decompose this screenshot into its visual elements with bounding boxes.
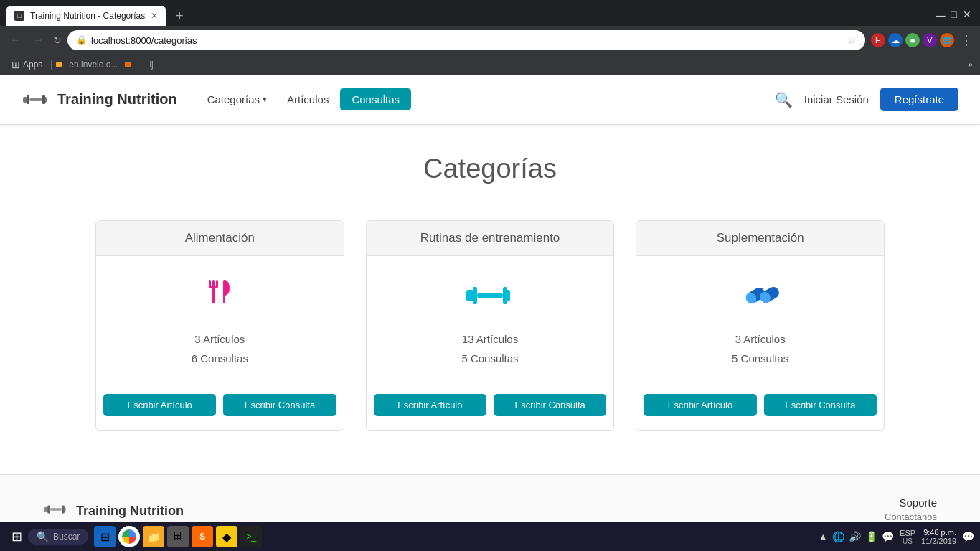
nav-consultas-button[interactable]: Consultas [340,88,411,110]
ext-icon-g[interactable]: 🌐 [940,33,954,47]
alimentacion-write-article-button[interactable]: Escribir Artículo [103,394,216,416]
ext-icon-2[interactable]: ☁ [888,33,903,47]
nav-right: 🔍 Iniciar Sesión Regístrate [775,88,958,111]
card-header-rutinas: Rutinas de entrenamiento [367,221,614,256]
bookmark-star-icon[interactable]: ☆ [847,34,857,46]
back-button[interactable]: ← [7,32,24,48]
tab-close-button[interactable]: ✕ [151,11,158,21]
iniciar-sesion-link[interactable]: Iniciar Sesión [804,93,869,105]
footer-brand-name: Training Nutrition [76,504,184,519]
bookmarks-chevron[interactable]: » [968,60,973,70]
alimentacion-stats: 3 Artículos 6 Consultas [110,329,329,368]
bookmark-item-3[interactable]: ij [145,58,157,71]
bookmark-yellow[interactable] [56,62,62,67]
address-bar[interactable]: 🔒 localhost:8000/categorias ☆ [67,30,865,50]
suplementacion-write-consulta-button[interactable]: Escribir Consulta [764,394,877,416]
browser-chrome: □ Training Nutrition - Categorías ✕ + ─ … [0,0,980,75]
taskbar-app-sublimetext[interactable]: S [192,526,213,547]
brand-dumbbell-icon [22,85,50,114]
card-body-suplementacion: 3 Artículos 5 Consultas [636,256,884,394]
suplementacion-icon [651,270,870,321]
active-tab[interactable]: □ Training Nutrition - Categorías ✕ [6,6,166,26]
extension-icons: H ☁ ■ V 🌐 [871,33,954,47]
rutinas-write-consulta-button[interactable]: Escribir Consulta [494,394,606,416]
tray-volume-icon[interactable]: 🔊 [849,531,861,542]
svg-rect-12 [473,287,477,304]
svg-rect-15 [477,293,503,298]
rutinas-write-article-button[interactable]: Escribir Artículo [374,394,486,416]
apps-label: Apps [23,60,42,70]
taskbar-tray-icons: ▲ 🌐 🔊 🔋 💬 [818,531,894,542]
apps-button[interactable]: ⊞ Apps [7,57,47,72]
new-tab-button[interactable]: + [169,6,189,26]
taskbar-app-files[interactable]: 📁 [143,526,164,547]
suplementacion-stats: 3 Artículos 5 Consultas [651,329,870,368]
brand-name: Training Nutrition [57,91,177,108]
nav-categorias-link[interactable]: Categorías ▾ [199,89,275,110]
taskbar-app-calc[interactable]: 🖩 [167,526,189,547]
address-text: localhost:8000/categorias [91,35,843,46]
taskbar-app-terminal[interactable]: >_ [240,526,262,547]
tray-battery-icon[interactable]: 🔋 [865,531,877,542]
svg-rect-11 [466,290,473,301]
registrate-button[interactable]: Regístrate [880,88,958,111]
forward-button[interactable]: → [30,32,47,48]
minimize-button[interactable]: ─ [936,9,946,24]
alimentacion-write-consulta-button[interactable]: Escribir Consulta [223,394,336,416]
apps-grid-icon: ⊞ [11,59,20,70]
tab-favicon: □ [14,11,24,21]
svg-rect-23 [62,506,65,514]
taskbar-language: ESP US [900,529,915,545]
bookmarks-bar: ⊞ Apps en.invelo.o... ij » [0,55,980,75]
svg-rect-9 [212,288,215,303]
footer-brand: Training Nutrition [43,496,184,525]
category-card-alimentacion: Alimentación [95,220,344,431]
taskbar-clock: 9:48 p.m. 11/2/2019 [921,528,956,545]
tray-network-icon[interactable]: 🌐 [832,531,844,542]
browser-menu-button[interactable]: ⋮ [960,32,973,48]
search-icon[interactable]: 🔍 [775,91,793,108]
nav-articulos-link[interactable]: Artículos [278,89,337,110]
svg-rect-3 [42,95,45,104]
footer-right: Soporte Contáctanos [885,496,937,522]
reload-button[interactable]: ↻ [53,34,62,46]
bookmark-item-1[interactable]: en.invelo.o... [65,58,122,71]
categorias-dropdown-icon: ▾ [263,95,267,104]
svg-rect-21 [47,506,50,514]
bookmark-orange[interactable] [125,62,131,67]
footer-dumbbell-icon [43,496,69,522]
tray-chat-icon[interactable]: 💬 [882,531,894,542]
tab-title: Training Nutrition - Categorías [30,11,145,21]
start-button[interactable]: ⊞ [6,526,28,547]
rutinas-stats: 13 Artículos 5 Consultas [381,329,600,368]
card-body-alimentacion: 3 Artículos 6 Consultas [96,256,344,394]
bookmark-separator [51,60,52,70]
category-card-rutinas: Rutinas de entrenamiento 13 Artículo [366,220,615,431]
brand-logo-link[interactable]: Training Nutrition [22,85,177,114]
taskbar-app-sketch[interactable]: ◆ [216,526,237,547]
ext-icon-3[interactable]: ■ [905,33,920,47]
fork-knife-icon [198,274,241,317]
main-content: Categorías Alimentación [0,125,980,474]
maximize-button[interactable]: □ [951,9,957,24]
card-body-rutinas: 13 Artículos 5 Consultas [367,256,614,394]
dumbbell-large-icon [465,274,515,317]
footer-soporte-label: Soporte [885,496,937,509]
brand-logo [22,85,50,114]
taskbar-app-view[interactable]: ⊞ [94,526,116,547]
taskbar-app-chrome[interactable] [118,526,140,547]
suplementacion-write-article-button[interactable]: Escribir Artículo [644,394,756,416]
card-header-suplementacion: Suplementación [636,221,884,256]
svg-rect-14 [503,287,507,304]
taskbar-search[interactable]: 🔍 Buscar [28,529,88,545]
tray-up-icon[interactable]: ▲ [818,531,828,542]
categories-grid: Alimentación [95,220,885,431]
notification-icon[interactable]: 💬 [962,531,974,542]
ext-icon-v[interactable]: V [923,33,937,47]
ext-icon-1[interactable]: H [871,33,885,47]
bookmark-item-2[interactable] [133,63,142,66]
svg-rect-24 [50,508,62,511]
nav-links: Categorías ▾ Artículos Consultas [199,88,411,110]
close-window-button[interactable]: ✕ [963,9,971,24]
alimentacion-icon [110,270,329,321]
